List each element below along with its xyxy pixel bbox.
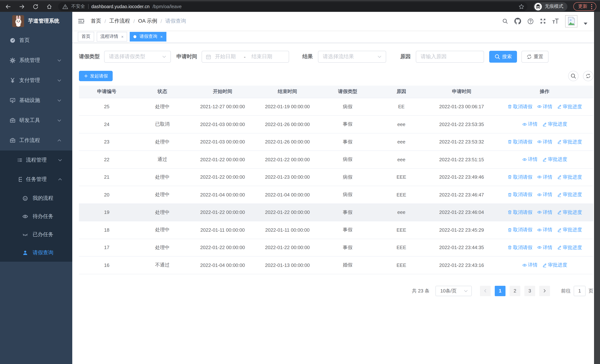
refresh-table-button[interactable] <box>583 71 593 81</box>
sidebar-item-6[interactable]: 工作流程 <box>0 131 72 150</box>
app-logo-row[interactable]: 芋道管理系统 <box>0 12 72 30</box>
tab-流程详情[interactable]: 流程详情× <box>97 32 127 41</box>
cancel-action-link[interactable]: 取消请假 <box>507 227 532 233</box>
progress-action-link[interactable]: 审批进度 <box>542 156 567 163</box>
detail-action-link[interactable]: 详情 <box>537 103 552 110</box>
avatar[interactable] <box>565 15 577 27</box>
progress-action-link[interactable]: 审批进度 <box>557 139 582 145</box>
reset-button[interactable]: 重置 <box>521 51 548 63</box>
browser-menu-icon[interactable] <box>591 3 593 9</box>
tab-请假查询[interactable]: 请假查询× <box>130 32 166 41</box>
browser-back-icon[interactable] <box>5 3 11 9</box>
cancel-action-link[interactable]: 取消请假 <box>507 174 532 180</box>
calendar-icon <box>206 54 211 59</box>
detail-action-link[interactable]: 详情 <box>537 139 552 145</box>
date-range-picker[interactable]: 开始日期 - 结束日期 <box>202 51 289 63</box>
toggle-search-button[interactable] <box>568 71 579 81</box>
page-button-3[interactable]: 3 <box>525 286 535 296</box>
action-label: 审批进度 <box>563 103 582 110</box>
page-button-2[interactable]: 2 <box>510 286 520 296</box>
breadcrumb-item[interactable]: 首页 <box>91 18 101 24</box>
prev-page-button[interactable] <box>480 286 491 296</box>
detail-action-link[interactable]: 详情 <box>537 174 552 180</box>
next-page-button[interactable] <box>539 286 550 296</box>
table-cell: eee <box>375 133 427 151</box>
incognito-icon <box>534 2 542 10</box>
help-icon[interactable] <box>527 18 534 24</box>
table-cell: 已取消 <box>134 115 190 133</box>
apply-time-label: 申请时间 <box>176 53 197 60</box>
reason-input[interactable]: 请输入原因 <box>416 51 484 63</box>
fullscreen-icon[interactable] <box>540 18 546 24</box>
font-size-icon[interactable] <box>552 19 559 24</box>
sidebar-item-3[interactable]: 支付管理 <box>0 70 72 90</box>
table-cell: 2022-01-04 00:00:00 <box>190 256 255 274</box>
sidebar-item-1[interactable]: 首页 <box>0 30 72 50</box>
table-cell: 2022-01-22 23:43:16 <box>427 256 496 274</box>
detail-action-link[interactable]: 详情 <box>522 121 538 128</box>
tab-首页[interactable]: 首页 <box>78 32 94 41</box>
browser-home-icon[interactable] <box>46 3 52 9</box>
cancel-action-link[interactable]: 取消请假 <box>507 103 532 110</box>
progress-action-link[interactable]: 审批进度 <box>557 191 582 198</box>
progress-action-link[interactable]: 审批进度 <box>557 209 582 216</box>
sidebar-item-5[interactable]: 研发工具 <box>0 111 72 131</box>
close-tab-icon[interactable]: × <box>160 34 163 39</box>
sidebar-item-9[interactable]: 我的流程 <box>0 189 72 207</box>
detail-action-link[interactable]: 详情 <box>522 156 538 163</box>
progress-action-link[interactable]: 审批进度 <box>557 174 582 180</box>
sidebar-item-12[interactable]: 请假查询 <box>0 243 72 262</box>
sidebar-item-2[interactable]: 系统管理 <box>0 50 72 70</box>
create-leave-button[interactable]: 发起请假 <box>79 71 113 81</box>
sidebar-item-11[interactable]: 已办任务 <box>0 225 72 243</box>
sidebar-item-4[interactable]: 基础设施 <box>0 90 72 111</box>
progress-action-link[interactable]: 审批进度 <box>557 244 582 251</box>
table-cell: 2022-01-26 00:00:00 <box>255 133 320 151</box>
browser-update-button[interactable]: 更新 <box>573 2 596 11</box>
table-row: 18处理中2022-01-11 00:00:002022-01-11 00:00… <box>79 221 593 239</box>
table-cell: 2022-01-03 00:00:00 <box>190 133 255 151</box>
cancel-action-link[interactable]: 取消请假 <box>507 191 532 198</box>
sidebar-item-8[interactable]: 任务管理 <box>0 170 72 189</box>
sidebar-toggle-icon[interactable] <box>78 18 84 24</box>
breadcrumb-item[interactable]: OA 示例 <box>138 18 157 24</box>
progress-action-link[interactable]: 审批进度 <box>542 262 567 269</box>
action-label: 详情 <box>543 103 552 110</box>
progress-action-link[interactable]: 审批进度 <box>557 227 582 233</box>
close-tab-icon[interactable]: × <box>121 34 124 39</box>
sidebar-item-10[interactable]: 待办任务 <box>0 207 72 225</box>
cancel-action-link[interactable]: 取消请假 <box>507 244 532 251</box>
detail-action-link[interactable]: 详情 <box>537 244 552 251</box>
search-button[interactable]: 搜索 <box>489 51 517 63</box>
result-select[interactable]: 请选择流结果 <box>318 51 386 63</box>
browser-forward-icon[interactable] <box>19 3 25 9</box>
progress-action-link[interactable]: 审批进度 <box>542 121 567 128</box>
detail-action-link[interactable]: 详情 <box>522 262 538 269</box>
bookmark-star-icon[interactable] <box>518 3 525 9</box>
detail-action-link[interactable]: 详情 <box>537 191 552 198</box>
cancel-action-link[interactable]: 取消请假 <box>507 209 532 216</box>
table-body: 25处理中2021-12-27 00:00:002022-01-19 00:00… <box>79 98 593 274</box>
org-tree-icon <box>17 177 23 182</box>
table-cell: 2022-01-22 23:53:35 <box>427 115 496 133</box>
user-menu-caret-icon[interactable] <box>584 23 587 25</box>
detail-action-link[interactable]: 详情 <box>537 209 552 216</box>
progress-action-link[interactable]: 审批进度 <box>557 103 582 110</box>
breadcrumb-item[interactable]: 工作流程 <box>109 18 130 24</box>
page-size-select[interactable]: 10条/页 <box>435 286 472 296</box>
leave-type-select[interactable]: 请选择请假类型 <box>104 51 171 63</box>
goto-page-input[interactable]: 1 <box>574 286 586 296</box>
eye-icon <box>522 263 527 268</box>
pen-icon <box>557 192 562 197</box>
detail-action-link[interactable]: 详情 <box>537 227 552 233</box>
browser-reload-icon[interactable] <box>33 3 38 9</box>
cancel-action-link[interactable]: 取消请假 <box>507 139 532 145</box>
page-scrollbar[interactable] <box>594 12 600 364</box>
url-bar[interactable]: 不安全 dashboard.yudao.iocoder.cn /bpm/oa/l… <box>58 2 527 11</box>
chevron-down-icon <box>57 158 63 163</box>
header-search-icon[interactable] <box>502 18 508 24</box>
github-icon[interactable] <box>514 18 521 24</box>
sidebar-item-7[interactable]: 流程管理 <box>0 150 72 170</box>
page-button-1[interactable]: 1 <box>495 286 506 296</box>
breadcrumb-separator: / <box>160 18 162 24</box>
